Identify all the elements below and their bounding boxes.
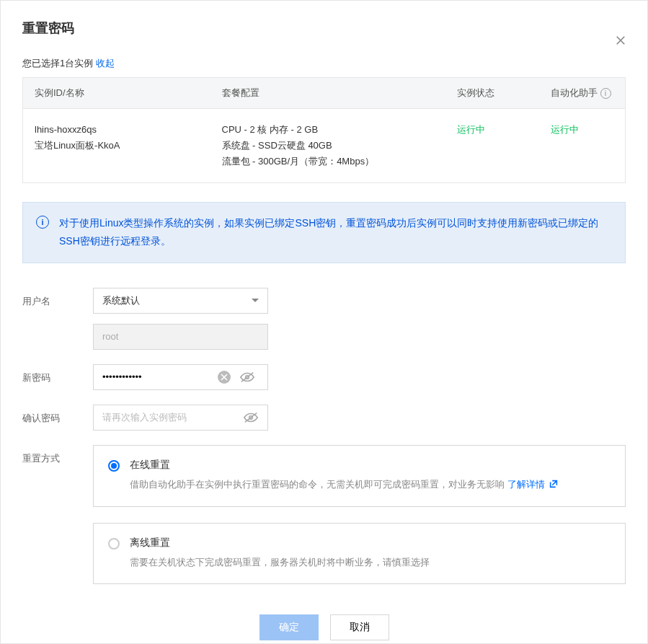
chevron-down-icon [252,299,259,302]
label-password: 新密码 [22,364,93,384]
label-confirm: 确认密码 [22,405,93,425]
info-banner: i 对于使用Linux类型操作系统的实例，如果实例已绑定SSH密钥，重置密码成功… [22,202,626,263]
instance-table: 实例ID/名称 套餐配置 实例状态 自动化助手i lhins-hoxxz6qs … [22,77,626,183]
radio-online[interactable] [108,460,120,472]
info-icon[interactable]: i [600,88,611,99]
ok-button[interactable]: 确定 [259,614,319,640]
password-input-wrap [93,364,268,390]
th-auto: 自动化助手i [539,78,626,109]
label-username: 用户名 [22,288,93,308]
eye-off-icon[interactable] [243,411,259,424]
password-input[interactable] [102,371,218,382]
dialog-title: 重置密码 [22,19,626,37]
option-online[interactable]: 在线重置 借助自动化助手在实例中执行重置密码的命令，无需关机即可完成密码重置，对… [93,445,626,508]
selection-summary: 您已选择1台实例 收起 [22,57,626,70]
label-mode: 重置方式 [22,445,93,465]
reset-password-dialog: 重置密码 您已选择1台实例 收起 实例ID/名称 套餐配置 实例状态 自动化助手… [0,0,648,644]
cancel-button[interactable]: 取消 [330,614,389,640]
external-link-icon [549,479,559,494]
th-pkg: 套餐配置 [210,78,445,109]
clear-icon[interactable] [218,371,231,384]
instance-name: 宝塔Linux面板-KkoA [35,138,199,154]
th-status: 实例状态 [445,78,539,109]
th-id: 实例ID/名称 [23,78,210,109]
table-row: lhins-hoxxz6qs 宝塔Linux面板-KkoA CPU - 2 核 … [23,109,626,183]
auto-status: 运行中 [539,109,626,183]
collapse-link[interactable]: 收起 [96,58,115,69]
close-icon[interactable] [614,34,627,49]
confirm-input[interactable] [102,412,218,423]
info-icon: i [36,216,49,229]
eye-off-icon[interactable] [239,371,255,384]
learn-more-link[interactable]: 了解详情 [507,479,559,490]
instance-id: lhins-hoxxz6qs [35,122,199,138]
status-badge: 运行中 [445,109,539,183]
option-offline[interactable]: 离线重置 需要在关机状态下完成密码重置，服务器关机时将中断业务，请慎重选择 [93,523,626,584]
confirm-input-wrap [93,405,268,431]
username-readonly: root [93,324,268,350]
dialog-footer: 确定 取消 [22,614,626,640]
radio-offline[interactable] [108,538,120,550]
username-select[interactable]: 系统默认 [93,288,268,314]
